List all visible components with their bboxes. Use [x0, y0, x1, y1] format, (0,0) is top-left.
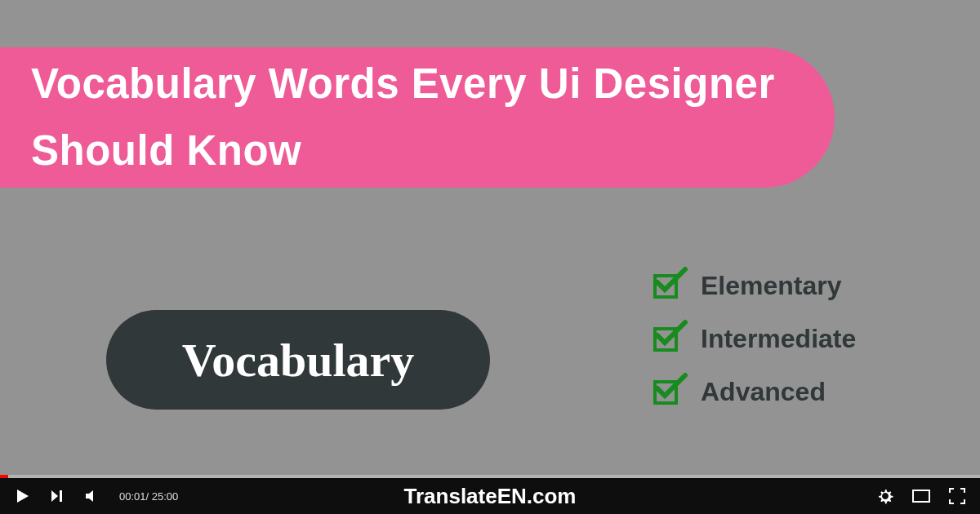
level-label: Elementary	[701, 271, 842, 301]
current-time: 00:01	[119, 490, 146, 503]
checkmark-icon	[655, 319, 688, 348]
level-item-intermediate: Intermediate	[653, 324, 856, 354]
total-time: 25:00	[152, 490, 179, 503]
level-item-elementary: Elementary	[653, 271, 856, 301]
checkbox-icon	[653, 274, 678, 299]
play-button[interactable]	[13, 486, 33, 506]
checkmark-icon	[655, 372, 688, 401]
svg-point-1	[883, 494, 888, 499]
next-icon	[50, 489, 65, 503]
brand-label: TranslateEN.com	[404, 484, 577, 509]
svg-rect-0	[60, 490, 62, 502]
video-controls: 00:01/ 25:00 TranslateEN.com	[0, 478, 980, 514]
level-label: Advanced	[701, 377, 826, 407]
theater-icon	[912, 490, 930, 503]
next-button[interactable]	[47, 486, 67, 506]
play-icon	[16, 489, 30, 503]
vocabulary-label: Vocabulary	[182, 333, 415, 388]
time-display: 00:01/ 25:00	[119, 490, 178, 503]
checkmark-icon	[655, 266, 688, 295]
checkbox-icon	[653, 327, 678, 352]
theater-button[interactable]	[911, 486, 931, 506]
volume-icon	[84, 489, 99, 503]
checkbox-icon	[653, 380, 678, 405]
vocabulary-pill: Vocabulary	[106, 310, 490, 410]
settings-button[interactable]	[875, 486, 895, 506]
gear-icon	[877, 488, 893, 504]
page-title: Vocabulary Words Every Ui Designer Shoul…	[31, 51, 835, 184]
title-banner: Vocabulary Words Every Ui Designer Shoul…	[0, 47, 835, 188]
svg-rect-2	[913, 490, 929, 502]
volume-button[interactable]	[82, 486, 101, 506]
fullscreen-icon	[949, 488, 965, 504]
fullscreen-button[interactable]	[947, 486, 967, 506]
levels-list: Elementary Intermediate Advanced	[653, 271, 856, 430]
right-controls	[859, 486, 967, 506]
level-item-advanced: Advanced	[653, 377, 856, 407]
level-label: Intermediate	[701, 324, 856, 354]
